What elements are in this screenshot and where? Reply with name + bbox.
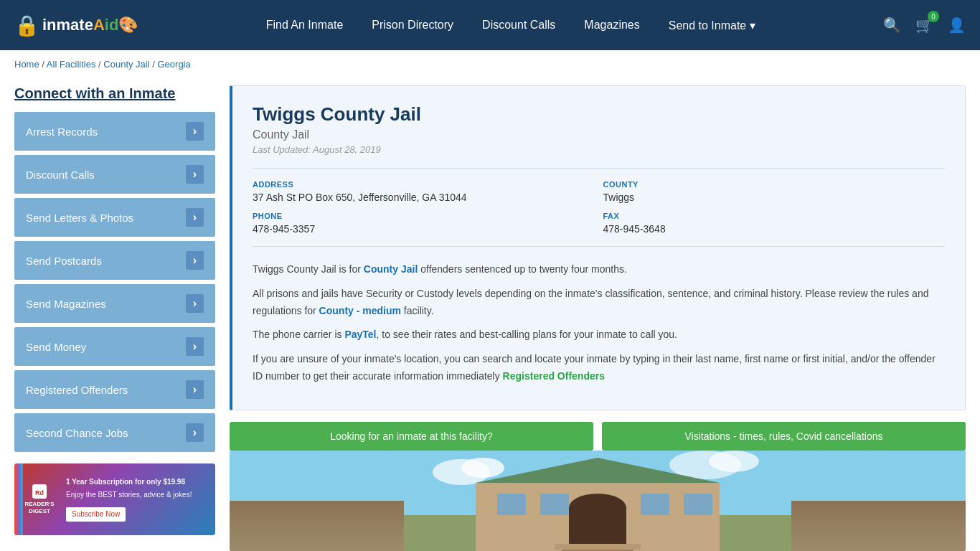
ad-subscribe-button[interactable]: Subscribe Now	[66, 507, 126, 522]
looking-for-inmate-button[interactable]: Looking for an inmate at this facility?	[230, 422, 593, 451]
address-block: ADDRESS 37 Ash St PO Box 650, Jeffersonv…	[253, 180, 595, 203]
phone-value: 478-945-3357	[253, 223, 595, 235]
facility-info-grid: ADDRESS 37 Ash St PO Box 650, Jeffersonv…	[253, 168, 945, 247]
action-buttons: Looking for an inmate at this facility? …	[230, 422, 966, 451]
desc-p1: Twiggs County Jail is for County Jail of…	[253, 261, 945, 278]
facility-description: Twiggs County Jail is for County Jail of…	[253, 261, 945, 385]
address-label: ADDRESS	[253, 180, 595, 189]
sidebar-item-discount-calls[interactable]: Discount Calls ›	[14, 155, 215, 194]
user-icon[interactable]: 👤	[948, 17, 966, 34]
facility-name: Twiggs County Jail	[253, 103, 945, 126]
sidebar-label-send-money: Send Money	[26, 341, 86, 353]
svg-rect-15	[562, 550, 633, 551]
sidebar-item-second-chance-jobs[interactable]: Second Chance Jobs ›	[14, 413, 215, 452]
logo-text: inmateAid🎨	[42, 16, 138, 34]
nav-prison-directory[interactable]: Prison Directory	[372, 19, 453, 32]
sidebar-title: Connect with an Inmate	[14, 85, 215, 102]
breadcrumb-county-jail[interactable]: County Jail	[103, 59, 149, 70]
ad-text: 1 Year Subscription for only $19.98 Enjo…	[66, 477, 192, 522]
header-icons: 🔍 🛒 0 👤	[883, 17, 966, 34]
desc-p2: All prisons and jails have Security or C…	[253, 286, 945, 320]
sidebar-item-send-letters[interactable]: Send Letters & Photos ›	[14, 198, 215, 237]
sidebar-arrow-discount-calls: ›	[186, 165, 204, 184]
sidebar-label-send-letters: Send Letters & Photos	[26, 212, 133, 224]
sidebar-label-second-chance-jobs: Second Chance Jobs	[26, 427, 128, 439]
county-block: COUNTY Twiggs	[603, 180, 946, 203]
cart-badge: 0	[928, 11, 939, 22]
main-layout: Connect with an Inmate Arrest Records › …	[0, 78, 980, 551]
svg-point-4	[709, 451, 759, 472]
county-jail-link[interactable]: County Jail	[364, 263, 418, 275]
breadcrumb: Home / All Facilities / County Jail / Ge…	[0, 50, 980, 78]
sidebar-label-arrest-records: Arrest Records	[26, 126, 98, 138]
breadcrumb-all-facilities[interactable]: All Facilities	[47, 59, 96, 70]
sidebar-item-send-magazines[interactable]: Send Magazines ›	[14, 284, 215, 323]
nav-find-inmate[interactable]: Find An Inmate	[266, 19, 344, 32]
sidebar-arrow-send-letters: ›	[186, 208, 204, 227]
address-value: 37 Ash St PO Box 650, Jeffersonville, GA…	[253, 192, 595, 203]
header: 🔒 inmateAid🎨 Find An Inmate Prison Direc…	[0, 0, 980, 50]
svg-rect-11	[540, 494, 569, 515]
county-value: Twiggs	[603, 192, 946, 203]
sidebar-arrow-second-chance-jobs: ›	[186, 423, 204, 442]
phone-label: PHONE	[253, 212, 595, 220]
svg-rect-12	[641, 494, 669, 515]
nav-discount-calls[interactable]: Discount Calls	[482, 19, 555, 32]
county-label: COUNTY	[603, 180, 946, 189]
nav-send-to-inmate[interactable]: Send to Inmate ▾	[669, 19, 755, 32]
sidebar-advertisement[interactable]: Rd READER'SDIGEST 1 Year Subscription fo…	[14, 463, 215, 535]
sidebar-label-registered-offenders: Registered Offenders	[26, 384, 128, 396]
sidebar-arrow-registered-offenders: ›	[186, 380, 204, 399]
facility-card: Twiggs County Jail County Jail Last Upda…	[230, 85, 966, 410]
sidebar-arrow-arrest-records: ›	[186, 122, 204, 141]
fax-value: 478-945-3648	[603, 223, 946, 235]
paytel-link[interactable]: PayTel	[344, 329, 376, 340]
desc-p3: The phone carrier is PayTel, to see thei…	[253, 326, 945, 344]
logo-icon: 🔒	[14, 14, 39, 37]
desc-p4: If you are unsure of your inmate's locat…	[253, 351, 945, 385]
sidebar-arrow-send-money: ›	[186, 337, 204, 356]
svg-point-9	[569, 494, 626, 522]
sidebar-item-send-money[interactable]: Send Money ›	[14, 327, 215, 366]
sidebar-item-arrest-records[interactable]: Arrest Records ›	[14, 112, 215, 151]
facility-type: County Jail	[253, 128, 945, 141]
breadcrumb-georgia[interactable]: Georgia	[157, 59, 190, 70]
visitations-button[interactable]: Visitations - times, rules, Covid cancel…	[602, 422, 966, 451]
logo[interactable]: 🔒 inmateAid🎨	[14, 14, 138, 37]
sidebar-item-registered-offenders[interactable]: Registered Offenders ›	[14, 370, 215, 409]
county-medium-link[interactable]: County - medium	[319, 305, 401, 316]
svg-rect-13	[684, 494, 712, 515]
facility-updated: Last Updated: August 28, 2019	[253, 144, 945, 155]
breadcrumb-home[interactable]: Home	[14, 59, 39, 70]
sidebar-arrow-send-magazines: ›	[186, 294, 204, 313]
facility-image	[230, 451, 966, 551]
sidebar-label-send-magazines: Send Magazines	[26, 298, 106, 310]
sidebar-item-send-postcards[interactable]: Send Postcards ›	[14, 241, 215, 280]
search-icon[interactable]: 🔍	[883, 17, 901, 34]
registered-offenders-link[interactable]: Registered Offenders	[503, 370, 605, 382]
sidebar-arrow-send-postcards: ›	[186, 251, 204, 270]
svg-rect-14	[555, 544, 641, 550]
main-nav: Find An Inmate Prison Directory Discount…	[159, 19, 862, 32]
fax-block: FAX 478-945-3648	[603, 212, 946, 235]
main-content: Twiggs County Jail County Jail Last Upda…	[230, 85, 966, 551]
nav-magazines[interactable]: Magazines	[584, 19, 639, 32]
sidebar-label-discount-calls: Discount Calls	[26, 169, 95, 181]
phone-block: PHONE 478-945-3357	[253, 212, 595, 235]
sidebar-label-send-postcards: Send Postcards	[26, 255, 102, 267]
svg-rect-10	[497, 494, 526, 515]
fax-label: FAX	[603, 212, 946, 220]
svg-point-2	[461, 458, 504, 478]
sidebar: Connect with an Inmate Arrest Records › …	[14, 85, 215, 551]
cart-icon[interactable]: 🛒 0	[915, 17, 933, 34]
